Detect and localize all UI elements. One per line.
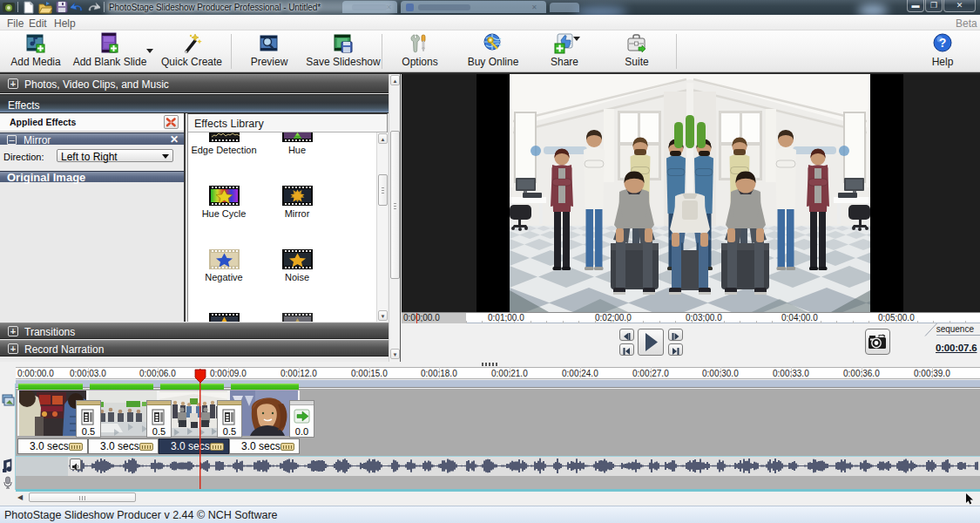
svg-text:?: ? <box>939 36 947 50</box>
